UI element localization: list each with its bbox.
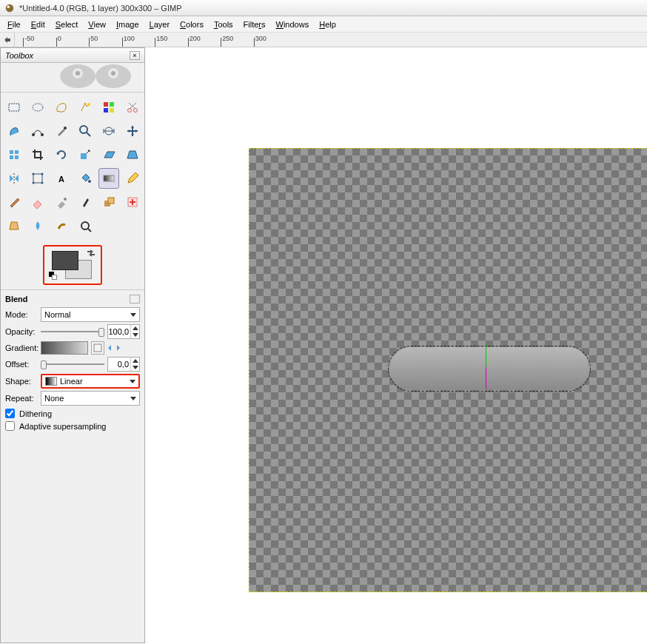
tool-perspective-clone[interactable]	[4, 215, 24, 236]
options-menu-icon[interactable]	[130, 295, 140, 303]
canvas-area[interactable]	[145, 47, 647, 644]
tool-flip[interactable]	[4, 168, 24, 189]
tool-blur[interactable]	[27, 215, 48, 236]
tool-color-select[interactable]	[98, 97, 119, 118]
tool-eraser[interactable]	[27, 192, 48, 212]
menu-filters[interactable]: Filters	[239, 19, 270, 30]
opacity-slider[interactable]	[41, 326, 104, 338]
repeat-label: Repeat:	[5, 394, 38, 403]
mode-select[interactable]: Normal	[41, 307, 140, 322]
tool-measure[interactable]	[98, 121, 119, 141]
tool-color-picker[interactable]	[51, 121, 72, 141]
svg-point-15	[128, 109, 132, 113]
offset-label: Offset:	[5, 360, 38, 369]
svg-rect-34	[104, 175, 114, 181]
svg-rect-14	[110, 108, 114, 113]
svg-rect-8	[9, 104, 19, 111]
opacity-input[interactable]: 100,0	[107, 324, 140, 339]
window-titlebar: *Untitled-4.0 (RGB, 1 layer) 300x300 – G…	[0, 0, 647, 16]
tool-bucket-fill[interactable]	[75, 168, 95, 189]
tool-scissors[interactable]	[122, 97, 143, 118]
offset-slider[interactable]	[41, 358, 104, 370]
svg-rect-22	[10, 150, 13, 154]
tool-pencil[interactable]	[122, 168, 143, 189]
toolbox-title: Toolbox	[5, 51, 33, 60]
tool-clone[interactable]	[98, 192, 119, 212]
svg-point-30	[33, 182, 35, 184]
menu-select[interactable]: Select	[51, 19, 83, 30]
tool-fuzzy-select[interactable]	[75, 97, 95, 118]
color-selector	[43, 245, 102, 285]
shape-select[interactable]: Linear	[41, 374, 140, 389]
svg-point-1	[7, 5, 10, 8]
foreground-color[interactable]	[52, 251, 78, 270]
svg-point-17	[32, 133, 35, 136]
tool-shear[interactable]	[98, 144, 119, 165]
tool-cage[interactable]	[27, 168, 48, 189]
menu-windows[interactable]: Windows	[272, 19, 314, 30]
tool-ellipse-select[interactable]	[27, 97, 48, 118]
svg-point-35	[64, 198, 67, 201]
ruler-origin-toggle[interactable]	[0, 33, 15, 47]
svg-rect-37	[108, 198, 114, 204]
tool-airbrush[interactable]	[51, 192, 72, 212]
tool-free-select[interactable]	[51, 97, 72, 118]
tool-crop[interactable]	[27, 144, 48, 165]
svg-rect-11	[104, 102, 108, 107]
tool-scale[interactable]	[75, 144, 95, 165]
svg-point-31	[41, 182, 44, 184]
svg-rect-40	[94, 344, 101, 352]
toolbox-header-graphic	[1, 63, 144, 93]
menu-image[interactable]: Image	[112, 19, 144, 30]
tool-zoom[interactable]	[75, 121, 95, 141]
tool-ink[interactable]	[75, 192, 95, 212]
dithering-checkbox[interactable]: Dithering	[5, 409, 140, 418]
chevron-down-icon	[130, 313, 136, 317]
menu-edit[interactable]: Edit	[27, 19, 50, 30]
gradient-reverse-button[interactable]	[91, 341, 104, 355]
tool-align[interactable]	[4, 144, 24, 165]
gradient-start-marker[interactable]	[486, 345, 486, 367]
app-icon	[4, 3, 15, 13]
tool-smudge[interactable]	[51, 215, 72, 236]
menu-layer[interactable]: Layer	[145, 19, 175, 30]
tool-blend[interactable]	[98, 168, 119, 189]
svg-rect-12	[110, 102, 114, 107]
opacity-label: Opacity:	[5, 327, 38, 336]
svg-text:A: A	[58, 175, 64, 184]
adaptive-checkbox[interactable]: Adaptive supersampling	[5, 421, 140, 431]
repeat-select[interactable]: None	[41, 391, 140, 406]
toolbox-titlebar[interactable]: Toolbox ×	[1, 48, 144, 63]
menu-view[interactable]: View	[84, 19, 110, 30]
menu-file[interactable]: File	[3, 19, 25, 30]
ruler-row: -150-100-50050100150200250300	[0, 33, 647, 47]
tool-text[interactable]: A	[51, 168, 72, 189]
svg-rect-26	[81, 153, 87, 159]
svg-rect-25	[15, 155, 19, 159]
swap-colors-icon[interactable]	[86, 248, 96, 258]
chevron-down-icon	[130, 380, 135, 383]
menu-colors[interactable]: Colors	[175, 19, 208, 30]
tool-paintbrush[interactable]	[4, 192, 24, 212]
gradient-flip-button[interactable]	[107, 341, 121, 355]
gradient-end-marker[interactable]	[486, 367, 486, 389]
reset-colors-icon[interactable]	[49, 272, 58, 281]
tool-dodge[interactable]	[75, 215, 95, 236]
tool-foreground-select[interactable]	[4, 121, 24, 141]
horizontal-ruler[interactable]: -150-100-50050100150200250300	[15, 33, 647, 47]
menu-help[interactable]: Help	[315, 19, 341, 30]
svg-point-10	[87, 103, 90, 106]
menu-tools[interactable]: Tools	[209, 19, 238, 30]
tool-heal[interactable]	[122, 192, 143, 212]
tool-paths[interactable]	[27, 121, 48, 141]
tool-rect-select[interactable]	[4, 97, 24, 118]
offset-input[interactable]: 0,0	[107, 357, 140, 372]
tool-grid: A	[1, 93, 144, 241]
svg-rect-23	[15, 150, 19, 154]
gradient-preview[interactable]	[41, 341, 88, 355]
toolbox-close-icon[interactable]: ×	[130, 51, 140, 60]
tool-move[interactable]	[122, 121, 143, 141]
tool-perspective[interactable]	[122, 144, 143, 165]
tool-rotate[interactable]	[51, 144, 72, 165]
svg-rect-27	[33, 174, 42, 183]
